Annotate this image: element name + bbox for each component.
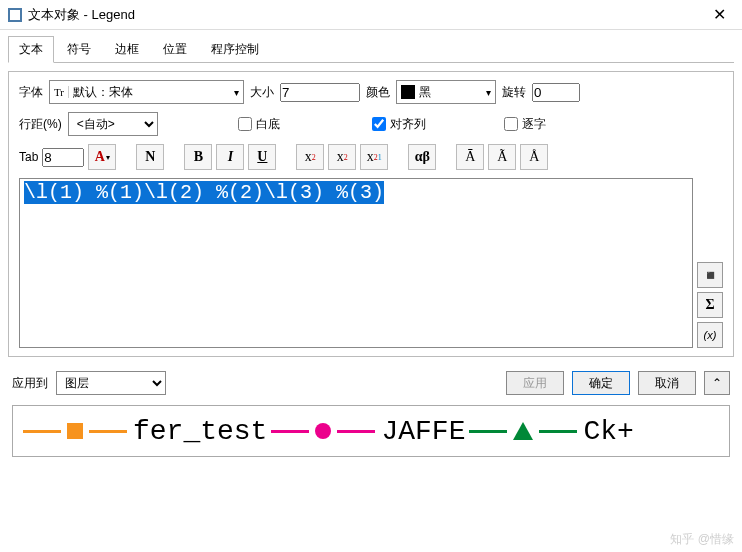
whitebg-checkbox[interactable]: 白底 bbox=[238, 116, 280, 133]
toolbar-row: Tab A▾ N B I U x2 x2 x21 αβ Ā Ã Å bbox=[19, 144, 723, 170]
color-label: 颜色 bbox=[366, 84, 390, 101]
legend-label-1: fer_test bbox=[133, 416, 267, 447]
overline-button[interactable]: Ā bbox=[456, 144, 484, 170]
tab-program[interactable]: 程序控制 bbox=[200, 36, 270, 63]
close-button[interactable]: ✕ bbox=[697, 0, 742, 30]
perchar-checkbox[interactable]: 逐字 bbox=[504, 116, 546, 133]
font-type-icon: Tr bbox=[50, 86, 69, 98]
tab-strip: 文本 符号 边框 位置 程序控制 bbox=[0, 30, 742, 63]
editor-selected-text: \l(1) %(1)\l(2) %(2)\l(3) %(3) bbox=[24, 181, 384, 204]
greek-button[interactable]: αβ bbox=[408, 144, 436, 170]
applyto-label: 应用到 bbox=[12, 375, 48, 392]
bold-button[interactable]: B bbox=[184, 144, 212, 170]
perchar-label: 逐字 bbox=[522, 116, 546, 133]
insert-sigma-button[interactable]: Σ bbox=[697, 292, 723, 318]
bottom-row: 应用到 图层 应用 确定 取消 ⌃ bbox=[0, 365, 742, 401]
triangle-icon bbox=[513, 422, 533, 440]
window-title: 文本对象 - Legend bbox=[28, 6, 697, 24]
legend-line-2b bbox=[337, 430, 375, 433]
legend-item-3: Ck+ bbox=[469, 416, 633, 447]
font-label: 字体 bbox=[19, 84, 43, 101]
color-value: 黑 bbox=[419, 84, 482, 101]
underline-button[interactable]: U bbox=[248, 144, 276, 170]
legend-item-2: JAFFE bbox=[271, 416, 465, 447]
tab-border[interactable]: 边框 bbox=[104, 36, 150, 63]
legend-preview: fer_test JAFFE Ck+ bbox=[12, 405, 730, 457]
color-select[interactable]: 黑 ▾ bbox=[396, 80, 496, 104]
tab-input[interactable] bbox=[42, 148, 84, 167]
tab-symbol[interactable]: 符号 bbox=[56, 36, 102, 63]
normal-button[interactable]: N bbox=[136, 144, 164, 170]
cancel-button[interactable]: 取消 bbox=[638, 371, 696, 395]
subscript-button[interactable]: x2 bbox=[328, 144, 356, 170]
applyto-select[interactable]: 图层 bbox=[56, 371, 166, 395]
apply-button[interactable]: 应用 bbox=[506, 371, 564, 395]
italic-button[interactable]: I bbox=[216, 144, 244, 170]
rotate-label: 旋转 bbox=[502, 84, 526, 101]
supersubscript-button[interactable]: x21 bbox=[360, 144, 388, 170]
legend-line-3b bbox=[539, 430, 577, 433]
tab-text[interactable]: 文本 bbox=[8, 36, 54, 63]
legend-line-1 bbox=[23, 430, 61, 433]
font-value: 默认：宋体 bbox=[69, 84, 230, 101]
linespace-row: 行距(%) <自动> 白底 对齐列 逐字 bbox=[19, 112, 723, 136]
ok-button[interactable]: 确定 bbox=[572, 371, 630, 395]
font-color-button[interactable]: A▾ bbox=[88, 144, 116, 170]
legend-line-2 bbox=[271, 430, 309, 433]
textarea-wrap: \l(1) %(1)\l(2) %(2)\l(3) %(3) ◾ Σ (x) bbox=[19, 178, 723, 348]
linespace-select[interactable]: <自动> bbox=[68, 112, 158, 136]
main-panel: 字体 Tr 默认：宋体 ▾ 大小 颜色 黑 ▾ 旋转 行距(%) <自动> 白底… bbox=[8, 71, 734, 357]
legend-label-2: JAFFE bbox=[381, 416, 465, 447]
collapse-button[interactable]: ⌃ bbox=[704, 371, 730, 395]
linespace-label: 行距(%) bbox=[19, 116, 62, 133]
superscript-button[interactable]: x2 bbox=[296, 144, 324, 170]
color-swatch bbox=[401, 85, 415, 99]
tab-position[interactable]: 位置 bbox=[152, 36, 198, 63]
rotate-input[interactable] bbox=[532, 83, 580, 102]
insert-symbol-button[interactable]: ◾ bbox=[697, 262, 723, 288]
ring-button[interactable]: Å bbox=[520, 144, 548, 170]
window-app-icon bbox=[8, 8, 22, 22]
size-label: 大小 bbox=[250, 84, 274, 101]
aligncol-input[interactable] bbox=[372, 117, 386, 131]
size-input[interactable] bbox=[280, 83, 360, 102]
text-editor[interactable]: \l(1) %(1)\l(2) %(2)\l(3) %(3) bbox=[19, 178, 693, 348]
square-icon bbox=[67, 423, 83, 439]
whitebg-label: 白底 bbox=[256, 116, 280, 133]
legend-item-1: fer_test bbox=[23, 416, 267, 447]
circle-icon bbox=[315, 423, 331, 439]
chevron-down-icon: ▾ bbox=[230, 87, 243, 98]
font-select[interactable]: Tr 默认：宋体 ▾ bbox=[49, 80, 244, 104]
legend-line-1b bbox=[89, 430, 127, 433]
font-row: 字体 Tr 默认：宋体 ▾ 大小 颜色 黑 ▾ 旋转 bbox=[19, 80, 723, 104]
legend-label-3: Ck+ bbox=[583, 416, 633, 447]
side-buttons: ◾ Σ (x) bbox=[697, 178, 723, 348]
insert-variable-button[interactable]: (x) bbox=[697, 322, 723, 348]
window-titlebar: 文本对象 - Legend ✕ bbox=[0, 0, 742, 30]
legend-line-3 bbox=[469, 430, 507, 433]
whitebg-input[interactable] bbox=[238, 117, 252, 131]
tab-label: Tab bbox=[19, 150, 38, 164]
perchar-input[interactable] bbox=[504, 117, 518, 131]
tilde-button[interactable]: Ã bbox=[488, 144, 516, 170]
watermark: 知乎 @惜缘 bbox=[670, 531, 734, 548]
aligncol-checkbox[interactable]: 对齐列 bbox=[372, 116, 426, 133]
aligncol-label: 对齐列 bbox=[390, 116, 426, 133]
chevron-down-icon: ▾ bbox=[482, 87, 495, 98]
